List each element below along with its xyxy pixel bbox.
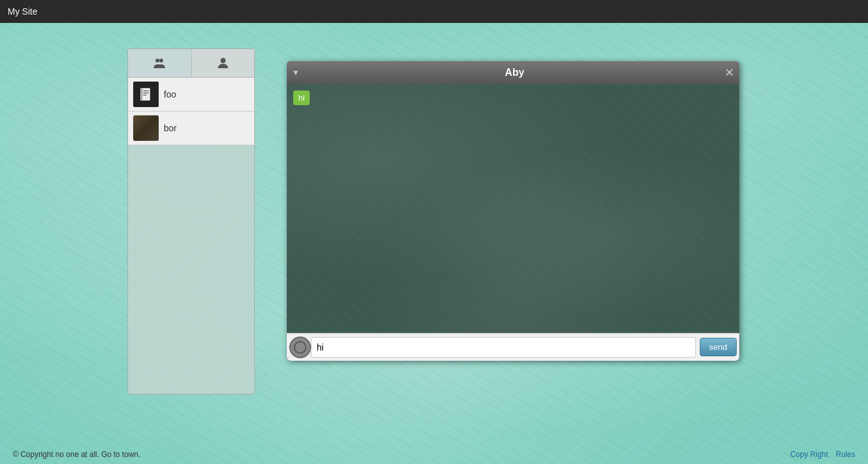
- contact-avatar-bor: [133, 115, 159, 141]
- rock-avatar: [133, 115, 159, 141]
- svg-point-0: [156, 59, 159, 62]
- person-icon: [215, 55, 231, 71]
- book-icon: [138, 86, 154, 103]
- sidebar-tab-person[interactable]: [192, 49, 255, 77]
- group-icon: [152, 55, 167, 71]
- chat-close-button[interactable]: ✕: [725, 67, 734, 78]
- svg-point-2: [221, 58, 226, 63]
- chat-window: ▼ Aby ✕ hi send: [287, 61, 739, 361]
- chat-message-input[interactable]: [311, 337, 696, 358]
- svg-rect-4: [140, 88, 142, 101]
- sidebar-tab-group[interactable]: [128, 49, 192, 77]
- sidebar-body: [128, 145, 254, 394]
- contact-name-bor: bor: [164, 123, 177, 133]
- footer: © Copyright no one at all. Go to town. C…: [0, 445, 868, 464]
- main-content: foo bor ▼ Aby ✕ hi send: [0, 23, 868, 445]
- contact-list: foo bor: [128, 78, 254, 145]
- footer-link-copyright[interactable]: Copy Right: [790, 450, 828, 459]
- send-button[interactable]: send: [700, 338, 737, 356]
- contact-item-bor[interactable]: bor: [128, 112, 254, 145]
- footer-link-rules[interactable]: Rules: [835, 450, 855, 459]
- chat-title: Aby: [305, 67, 725, 78]
- chat-input-area: send: [287, 333, 739, 361]
- contact-name-foo: foo: [164, 89, 176, 99]
- chat-header: ▼ Aby ✕: [287, 61, 739, 84]
- chat-messages-area: hi: [287, 84, 739, 333]
- contact-item-foo[interactable]: foo: [128, 78, 254, 112]
- site-title: My Site: [8, 6, 38, 17]
- contact-avatar-foo: [133, 82, 159, 107]
- sidebar-panel: foo bor: [127, 48, 255, 395]
- sidebar-tabs: [128, 49, 254, 78]
- message-bubble-0: hi: [293, 91, 310, 105]
- footer-copyright: © Copyright no one at all. Go to town.: [13, 450, 140, 459]
- chat-dropdown-button[interactable]: ▼: [292, 68, 300, 77]
- attachment-icon[interactable]: [289, 337, 311, 358]
- title-bar: My Site: [0, 0, 868, 23]
- footer-links: Copy Right Rules: [790, 450, 855, 459]
- svg-point-1: [159, 59, 163, 62]
